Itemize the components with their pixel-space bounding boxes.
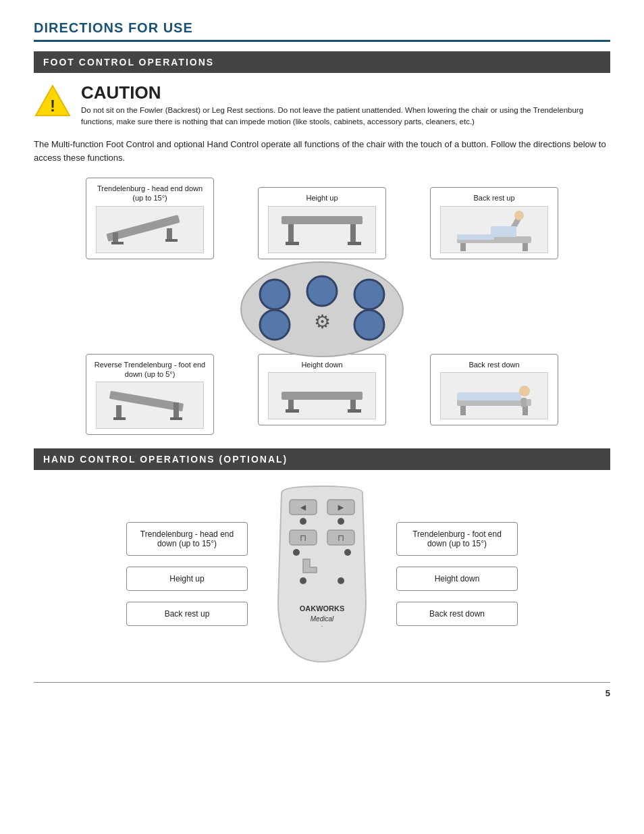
- svg-rect-13: [460, 243, 466, 251]
- svg-rect-27: [116, 405, 122, 419]
- svg-rect-35: [348, 409, 361, 413]
- svg-rect-8: [288, 224, 294, 243]
- svg-point-53: [344, 549, 351, 556]
- top-center-box: Height up: [258, 187, 386, 259]
- svg-point-20: [260, 280, 290, 309]
- caution-content: CAUTION Do not sit on the Fowler (Backre…: [81, 82, 610, 128]
- svg-text:·: ·: [321, 623, 323, 630]
- svg-rect-34: [286, 409, 299, 413]
- svg-rect-38: [522, 406, 528, 415]
- svg-text:►: ►: [336, 502, 346, 513]
- svg-rect-7: [281, 216, 363, 224]
- hand-left-bot-box: Back rest up: [126, 602, 248, 626]
- svg-rect-32: [288, 400, 294, 411]
- top-right-label: Back rest up: [436, 193, 552, 203]
- svg-point-47: [338, 518, 344, 525]
- foot-control-section: FOOT CONTROL OPERATIONS ! CAUTION Do not…: [34, 51, 610, 435]
- svg-rect-41: [521, 398, 527, 407]
- hand-right-bot-box: Back rest down: [396, 602, 518, 626]
- svg-rect-33: [350, 400, 356, 411]
- top-center-label: Height up: [264, 193, 380, 203]
- svg-rect-11: [348, 242, 361, 245]
- bottom-right-label: Back rest down: [436, 360, 552, 369]
- svg-rect-6: [165, 239, 178, 242]
- svg-rect-17: [491, 226, 516, 237]
- svg-point-23: [260, 310, 290, 340]
- svg-rect-28: [173, 402, 179, 419]
- caution-box: ! CAUTION Do not sit on the Fowler (Back…: [34, 82, 610, 128]
- svg-text:Medical: Medical: [311, 615, 334, 623]
- svg-text:⊓: ⊓: [300, 533, 306, 543]
- hand-control-section: HAND CONTROL OPERATIONS (OPTIONAL) Trend…: [34, 448, 610, 669]
- svg-rect-29: [113, 417, 126, 420]
- page-number: 5: [34, 682, 610, 698]
- bottom-left-box: Reverse Trendelenburg - foot end down (u…: [86, 354, 214, 436]
- hand-right-column: Trendelenburg - foot end down (up to 15°…: [396, 522, 531, 626]
- hand-right-top-box: Trendelenburg - foot end down (up to 15°…: [396, 522, 518, 556]
- hand-control-diagram: Trendelenburg - head end down (up to 15°…: [34, 479, 610, 669]
- intro-text: The Multi-function Foot Control and opti…: [34, 138, 610, 166]
- foot-control-header: FOOT CONTROL OPERATIONS: [34, 51, 610, 73]
- svg-text:OAKWORKS: OAKWORKS: [300, 604, 345, 613]
- top-right-box: Back rest up: [430, 187, 558, 259]
- svg-point-54: [300, 577, 306, 584]
- svg-rect-30: [170, 417, 182, 420]
- svg-point-24: [354, 310, 384, 340]
- svg-point-22: [354, 280, 384, 309]
- hand-left-mid-box: Height up: [126, 567, 248, 591]
- foot-control-diagram: Trendelenburg - head end down (up to 15°…: [34, 178, 610, 435]
- caution-text: Do not sit on the Fowler (Backrest) or L…: [81, 105, 610, 128]
- svg-rect-10: [286, 242, 299, 245]
- svg-point-52: [293, 549, 300, 556]
- bottom-left-label: Reverse Trendelenburg - foot end down (u…: [92, 360, 208, 380]
- hand-controller-area: ◄ ► ⊓ ⊓: [248, 479, 396, 669]
- svg-point-40: [519, 386, 530, 396]
- svg-rect-9: [350, 224, 356, 243]
- page-title: DIRECTIONS FOR USE: [34, 20, 610, 36]
- svg-text:◄: ◄: [298, 502, 308, 513]
- caution-label: CAUTION: [81, 82, 161, 103]
- svg-text:⊓: ⊓: [338, 533, 344, 543]
- top-left-label: Trendelenburg - head end down (up to 15°…: [92, 184, 208, 203]
- caution-icon: !: [34, 82, 72, 120]
- svg-point-46: [300, 518, 306, 525]
- svg-rect-31: [281, 392, 363, 400]
- svg-text:⚙: ⚙: [314, 311, 331, 332]
- svg-rect-37: [460, 406, 466, 415]
- hand-control-header: HAND CONTROL OPERATIONS (OPTIONAL): [34, 448, 610, 470]
- svg-rect-39: [457, 392, 521, 400]
- svg-point-21: [307, 276, 337, 306]
- svg-rect-18: [457, 234, 494, 240]
- svg-point-16: [514, 211, 524, 220]
- hand-right-mid-box: Height down: [396, 567, 518, 591]
- top-left-box: Trendelenburg - head end down (up to 15°…: [86, 178, 214, 259]
- svg-text:!: !: [50, 97, 55, 115]
- svg-point-55: [338, 577, 344, 584]
- hand-left-top-box: Trendelenburg - head end down (up to 15°…: [126, 522, 248, 556]
- svg-rect-5: [111, 242, 124, 244]
- bottom-right-box: Back rest down: [430, 354, 558, 425]
- svg-rect-14: [522, 243, 528, 251]
- title-rule: [34, 40, 610, 42]
- hand-left-column: Trendelenburg - head end down (up to 15°…: [113, 522, 248, 626]
